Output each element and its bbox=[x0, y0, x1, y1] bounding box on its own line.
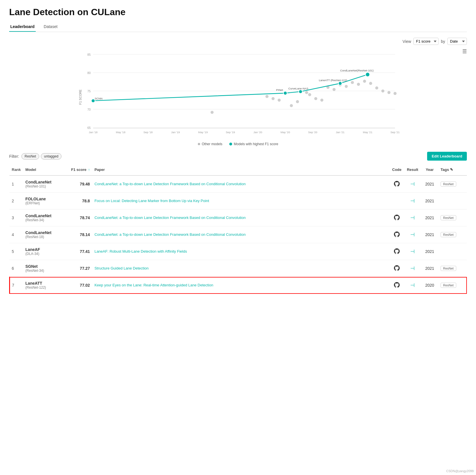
cell-year: 2021 bbox=[421, 226, 438, 243]
cell-result: ⊣ bbox=[404, 193, 421, 209]
github-icon[interactable] bbox=[394, 265, 400, 272]
col-code: Code bbox=[390, 165, 404, 175]
cell-tags bbox=[438, 193, 467, 209]
svg-point-29 bbox=[305, 91, 308, 94]
edit-leaderboard-button[interactable]: Edit Leaderboard bbox=[427, 152, 467, 161]
cell-tags: ResNet bbox=[438, 260, 467, 277]
cell-rank: 4 bbox=[9, 226, 23, 243]
svg-text:CondLaneNet(ResNet-101): CondLaneNet(ResNet-101) bbox=[340, 69, 374, 72]
tab-leaderboard[interactable]: Leaderboard bbox=[9, 22, 36, 32]
tag-badge[interactable]: ResNet bbox=[441, 215, 456, 220]
svg-point-37 bbox=[351, 81, 354, 84]
result-icon[interactable]: ⊣ bbox=[410, 266, 415, 271]
cell-f1score: 78.14 bbox=[69, 226, 92, 243]
cell-model: SGNet(ResNet-34) bbox=[23, 260, 69, 277]
model-name: SGNet bbox=[25, 264, 67, 269]
result-icon[interactable]: ⊣ bbox=[410, 249, 415, 254]
model-sub: (ERFNet) bbox=[25, 201, 67, 205]
paper-link[interactable]: CondLaneNet: a Top-to-down Lane Detectio… bbox=[94, 232, 246, 237]
github-icon[interactable] bbox=[394, 181, 400, 187]
svg-text:May '19: May '19 bbox=[198, 131, 208, 134]
chart-container: ☰ F1 SCORE 85 80 75 70 65 Jan '18 May '1… bbox=[9, 48, 467, 140]
paper-link[interactable]: Structure Guided Lane Detection bbox=[94, 266, 148, 270]
chart-legend: Other models Models with highest F1 scor… bbox=[9, 142, 467, 146]
filter-label: Filter: bbox=[9, 154, 19, 159]
cell-f1score: 77.41 bbox=[69, 243, 92, 260]
svg-text:85: 85 bbox=[87, 53, 91, 56]
paper-link[interactable]: Keep your Eyes on the Lane: Real-time At… bbox=[94, 283, 213, 287]
paper-link[interactable]: CondLaneNet: a Top-to-down Lane Detectio… bbox=[94, 215, 246, 220]
metric-select[interactable]: F1 score Precision Recall bbox=[413, 38, 439, 45]
paper-link[interactable]: Focus on Local: Detecting Lane Marker fr… bbox=[94, 199, 209, 203]
svg-text:70: 70 bbox=[87, 108, 91, 111]
svg-point-42 bbox=[381, 89, 385, 93]
cell-year: 2020 bbox=[421, 277, 438, 294]
svg-text:May '20: May '20 bbox=[280, 131, 290, 134]
col-f1score[interactable]: F1 score ↑ bbox=[69, 165, 92, 175]
cell-code bbox=[390, 277, 404, 294]
tag-badge[interactable]: ResNet bbox=[441, 266, 456, 271]
cell-rank: 7 bbox=[9, 277, 23, 294]
github-icon[interactable] bbox=[394, 282, 400, 289]
paper-link[interactable]: CondLaneNet: a Top-to-down Lane Detectio… bbox=[94, 182, 246, 186]
result-icon[interactable]: ⊣ bbox=[410, 181, 415, 187]
filter-row: Filter: ResNet untagged Edit Leaderboard bbox=[9, 152, 467, 161]
tag-badge[interactable]: ResNet bbox=[441, 232, 456, 237]
chart-menu-icon[interactable]: ☰ bbox=[462, 48, 467, 55]
tag-badge[interactable]: ResNet bbox=[441, 181, 456, 187]
legend-best-dot bbox=[229, 143, 232, 145]
filter-tag-untagged[interactable]: untagged bbox=[41, 153, 61, 159]
svg-point-28 bbox=[296, 100, 299, 103]
cell-paper: Focus on Local: Detecting Lane Marker fr… bbox=[92, 193, 390, 209]
model-name: CondLaneNet bbox=[25, 180, 67, 184]
model-name: LaneATT bbox=[25, 281, 67, 286]
view-controls: View F1 score Precision Recall by Date S… bbox=[9, 38, 467, 45]
sort-select[interactable]: Date Score bbox=[447, 38, 467, 45]
github-icon[interactable] bbox=[394, 248, 400, 255]
chart-svg: F1 SCORE 85 80 75 70 65 Jan '18 May '18 … bbox=[9, 48, 467, 140]
cell-rank: 6 bbox=[9, 260, 23, 277]
result-icon[interactable]: ⊣ bbox=[410, 232, 415, 238]
model-sub: (ResNet-34) bbox=[25, 218, 67, 222]
cell-tags bbox=[438, 243, 467, 260]
svg-text:Jan '21: Jan '21 bbox=[336, 131, 345, 134]
svg-point-26 bbox=[278, 99, 281, 102]
svg-text:Sep '20: Sep '20 bbox=[308, 131, 317, 134]
table-row: 1CondLaneNet(ResNet-101)79.48CondLaneNet… bbox=[9, 175, 467, 193]
svg-point-34 bbox=[332, 88, 336, 91]
cell-f1score: 79.48 bbox=[69, 175, 92, 193]
github-icon[interactable] bbox=[394, 215, 400, 221]
svg-text:Jan '18: Jan '18 bbox=[89, 131, 98, 134]
model-name: LaneAF bbox=[25, 247, 67, 252]
model-name: FOLOLane bbox=[25, 197, 67, 201]
cell-tags: ResNet bbox=[438, 209, 467, 226]
svg-text:May '18: May '18 bbox=[116, 131, 125, 134]
svg-point-43 bbox=[387, 91, 391, 94]
result-icon[interactable]: ⊣ bbox=[410, 198, 415, 204]
github-icon[interactable] bbox=[394, 231, 400, 238]
cell-f1score: 77.02 bbox=[69, 277, 92, 294]
svg-text:Jan '20: Jan '20 bbox=[254, 131, 262, 134]
table-row: 3CondLaneNet(ResNet-34)78.74CondLaneNet:… bbox=[9, 209, 467, 226]
svg-text:PINet: PINet bbox=[276, 88, 283, 91]
svg-text:75: 75 bbox=[87, 89, 91, 93]
col-tags: Tags ✎ bbox=[438, 165, 467, 175]
legend-best-label: Models with highest F1 score bbox=[234, 142, 278, 146]
result-icon[interactable]: ⊣ bbox=[410, 215, 415, 221]
svg-text:F1 SCORE: F1 SCORE bbox=[79, 89, 82, 105]
paper-link[interactable]: LaneAF: Robust Multi-Lane Detection with… bbox=[94, 249, 187, 254]
filter-tag-resnet[interactable]: ResNet bbox=[21, 153, 39, 159]
cell-paper: Structure Guided Lane Detection bbox=[92, 260, 390, 277]
svg-point-41 bbox=[375, 86, 379, 89]
tag-badge[interactable]: ResNet bbox=[441, 283, 456, 288]
result-icon[interactable]: ⊣ bbox=[410, 282, 415, 288]
by-label: by bbox=[441, 39, 445, 44]
cell-tags: ResNet bbox=[438, 226, 467, 243]
table-row: 4CondLaneNet(ResNet-18)78.14CondLaneNet:… bbox=[9, 226, 467, 243]
cell-code bbox=[390, 175, 404, 193]
svg-point-44 bbox=[394, 92, 397, 95]
cell-year: 2021 bbox=[421, 175, 438, 193]
svg-text:Sep '19: Sep '19 bbox=[226, 131, 235, 134]
cell-model: CondLaneNet(ResNet-18) bbox=[23, 226, 69, 243]
tab-dataset[interactable]: Dataset bbox=[43, 22, 59, 32]
